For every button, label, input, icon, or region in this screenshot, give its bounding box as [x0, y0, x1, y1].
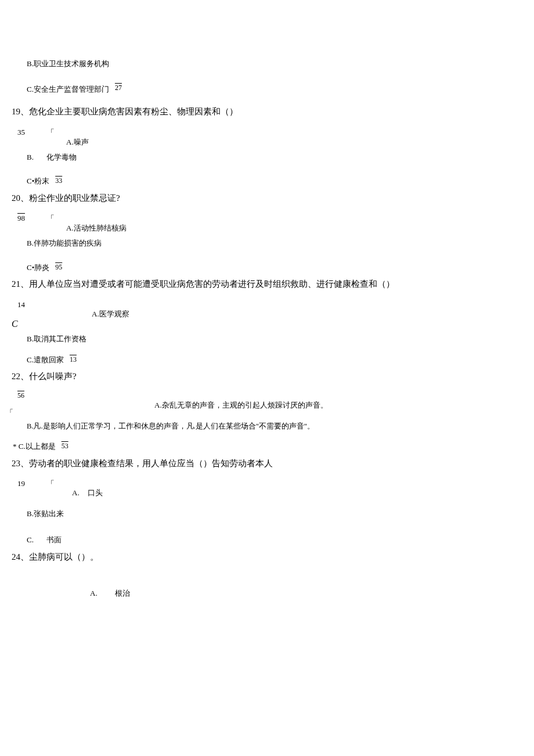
overline-number: 95: [55, 262, 62, 272]
question-23: 23、劳动者的职业健康检查结果，用人单位应当（）告知劳动者本人: [0, 457, 534, 470]
side-number: 14: [17, 298, 92, 311]
overline-number: 27: [115, 82, 122, 93]
side-number: 35: [17, 125, 35, 138]
q23-option-c: C. 书面: [0, 534, 534, 546]
overline-number: 33: [55, 175, 62, 186]
q20-option-b: B.伴肺功能损害的疾病: [0, 237, 534, 249]
side-number: 56: [17, 390, 92, 401]
side-number: 19: [17, 477, 35, 489]
option-text: 书面: [46, 534, 62, 546]
question-24: 24、尘肺病可以（）。: [0, 550, 534, 564]
q21-option-b: B.取消其工作资格: [0, 333, 534, 345]
q22-option-a: A.杂乱无章的声音，主观的引起人烦躁讨厌的声音。: [92, 390, 328, 411]
q24-option-a: A. 根治: [0, 570, 534, 599]
q19-option-c: C•粉末 33: [0, 175, 534, 187]
option-text: 口头: [88, 487, 103, 499]
option-label: B.: [27, 152, 34, 163]
overline-number: 53: [62, 441, 68, 451]
q20-option-a: A.活动性肺结核病: [66, 224, 127, 232]
option-label: C.安全生产监督管理部门: [27, 84, 109, 95]
option-text: 化学毒物: [46, 152, 77, 163]
option-label: * C.以上都是: [13, 441, 56, 452]
q21-row-a: 14 A.医学观察: [0, 298, 534, 320]
option-label: C.遣散回家: [27, 354, 64, 366]
side-number: 98: [17, 211, 35, 224]
question-22: 22、什么叫噪声?: [0, 370, 534, 383]
q19-option-a: A.噪声: [66, 138, 89, 146]
q23-option-b: B.张贴出来: [0, 508, 534, 520]
bracket-marker: 「: [46, 211, 55, 225]
question-21: 21、用人单位应当对遭受或者可能遭受职业病危害的劳动者进行及时组织救助、进行健康…: [0, 278, 534, 291]
option-label: A.: [72, 487, 80, 499]
option-label: C.: [27, 534, 34, 546]
question-20: 20、粉尘作业的职业禁忌证?: [0, 192, 534, 205]
prev-option-b: B.职业卫生技术服务机构: [0, 58, 534, 70]
option-label: C•粉末: [27, 175, 49, 187]
overline-number: 13: [70, 354, 77, 365]
q19-option-b: B. 化学毒物: [0, 152, 534, 163]
option-label: A.: [90, 588, 98, 599]
q21-option-a: A.医学观察: [92, 298, 129, 320]
q20-row-a: 98 「 A.活动性肺结核病: [0, 211, 534, 234]
q23-row-a: 19 「 A. 口头: [0, 477, 534, 499]
option-label: C•肺炎: [27, 262, 49, 273]
italic-c-mark: C: [0, 317, 534, 331]
q22-option-c: * C.以上都是 53: [0, 441, 534, 452]
q22-option-b: B.凡.是影响人们正常学习，工作和休息的声音，凡.是人们在某些场合"不需要的声音…: [0, 421, 534, 432]
q21-option-c: C.遣散回家 13: [0, 354, 534, 366]
q20-option-c: C•肺炎 95: [0, 262, 534, 273]
q19-row-a: 35 「 A.噪声: [0, 125, 534, 148]
bracket-marker: 「: [46, 125, 55, 139]
prev-option-c: C.安全生产监督管理部门 27: [0, 84, 534, 95]
bracket-marker: 「: [46, 477, 55, 490]
option-text: 根治: [115, 588, 130, 599]
question-19: 19、危化企业主要职业病危害因素有粉尘、物理因素和（）: [0, 105, 534, 118]
